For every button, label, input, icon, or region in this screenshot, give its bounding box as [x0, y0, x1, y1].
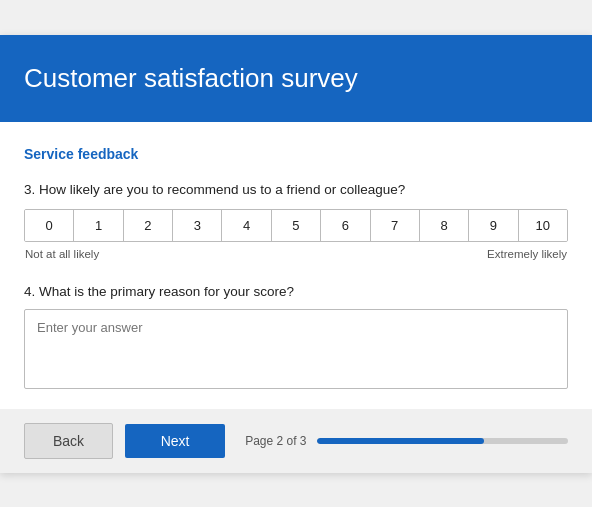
rating-1[interactable]: 1: [74, 210, 123, 241]
high-label: Extremely likely: [487, 248, 567, 260]
page-indicator: Page 2 of 3: [245, 434, 568, 448]
rating-labels: Not at all likely Extremely likely: [24, 248, 568, 260]
back-button[interactable]: Back: [24, 423, 113, 459]
rating-6[interactable]: 6: [321, 210, 370, 241]
rating-2[interactable]: 2: [124, 210, 173, 241]
page-text: Page 2 of 3: [245, 434, 306, 448]
progress-bar-background: [317, 438, 568, 444]
survey-body: Service feedback 3. How likely are you t…: [0, 122, 592, 409]
rating-4[interactable]: 4: [222, 210, 271, 241]
section-title: Service feedback: [24, 146, 568, 162]
survey-container: Customer satisfaction survey Service fee…: [0, 35, 592, 473]
survey-header: Customer satisfaction survey: [0, 35, 592, 122]
rating-8[interactable]: 8: [420, 210, 469, 241]
low-label: Not at all likely: [25, 248, 99, 260]
rating-0[interactable]: 0: [25, 210, 74, 241]
rating-5[interactable]: 5: [272, 210, 321, 241]
survey-title: Customer satisfaction survey: [24, 63, 568, 94]
answer-textarea[interactable]: [24, 309, 568, 389]
next-button[interactable]: Next: [125, 424, 225, 458]
question4-label: 4. What is the primary reason for your s…: [24, 284, 568, 299]
rating-scale: 0 1 2 3 4 5 6 7 8 9 10: [24, 209, 568, 242]
rating-7[interactable]: 7: [371, 210, 420, 241]
progress-bar-fill: [317, 438, 484, 444]
question3-label: 3. How likely are you to recommend us to…: [24, 182, 568, 197]
rating-9[interactable]: 9: [469, 210, 518, 241]
rating-3[interactable]: 3: [173, 210, 222, 241]
rating-10[interactable]: 10: [519, 210, 567, 241]
survey-footer: Back Next Page 2 of 3: [0, 409, 592, 473]
